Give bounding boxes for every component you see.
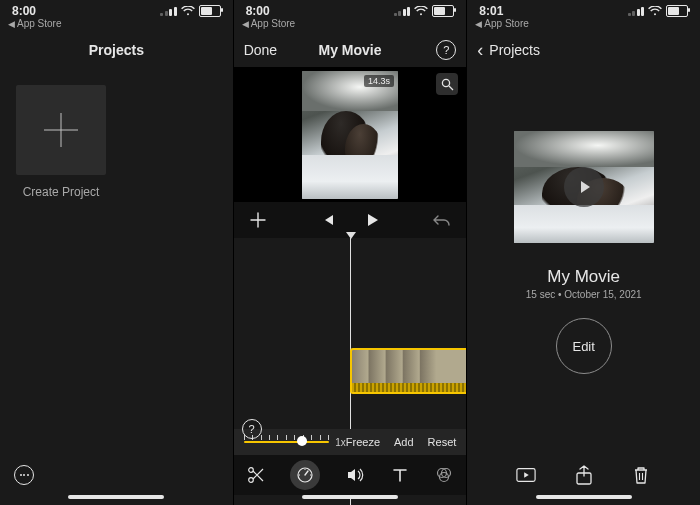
titles-tool-icon[interactable] <box>390 465 410 485</box>
return-to-app-store[interactable]: ◀App Store <box>0 18 233 33</box>
page-title: Projects <box>89 42 144 58</box>
delete-button[interactable] <box>631 465 651 485</box>
status-bar: 8:00 <box>234 0 467 18</box>
project-title: My Movie <box>547 267 620 287</box>
nav-bar: ‹ Projects <box>467 33 700 67</box>
plus-icon <box>44 113 78 147</box>
reset-speed-button[interactable]: Reset <box>428 436 457 448</box>
back-label: Projects <box>489 42 540 58</box>
create-project-label: Create Project <box>16 185 106 199</box>
home-indicator[interactable] <box>68 495 164 499</box>
screen-editor: 8:00 ◀App Store Done My Movie ? <box>234 0 468 505</box>
play-icon <box>564 167 604 207</box>
speed-tool-icon[interactable] <box>290 460 320 490</box>
wifi-icon <box>181 6 195 16</box>
more-button[interactable] <box>14 465 34 485</box>
play-fullscreen-button[interactable] <box>516 465 536 485</box>
svg-point-3 <box>249 468 254 473</box>
add-freeze-button[interactable]: Add <box>394 436 414 448</box>
speed-value: 1x <box>335 437 346 448</box>
add-media-button[interactable] <box>248 210 268 230</box>
freeze-button[interactable]: Freeze <box>346 436 380 448</box>
undo-button[interactable] <box>432 210 452 230</box>
create-project-tile[interactable] <box>16 85 106 175</box>
preview-area[interactable]: 14.3s <box>234 67 467 202</box>
speed-control-bar: 1x Freeze Add Reset <box>234 429 467 455</box>
play-overlay[interactable] <box>514 131 654 243</box>
cellular-icon <box>628 7 645 16</box>
wifi-icon <box>648 6 662 16</box>
wifi-icon <box>414 6 428 16</box>
clock: 8:00 <box>246 4 270 18</box>
filters-tool-icon[interactable] <box>434 465 454 485</box>
cellular-icon <box>160 7 177 16</box>
svg-point-2 <box>249 478 254 483</box>
screen-project-detail: 8:01 ◀App Store ‹ Projects <box>467 0 700 505</box>
skip-back-button[interactable] <box>318 210 338 230</box>
chevron-left-icon: ‹ <box>477 41 483 59</box>
project-thumbnail[interactable] <box>514 131 654 243</box>
battery-icon <box>666 5 688 17</box>
help-button[interactable]: ? <box>242 419 262 439</box>
share-button[interactable] <box>574 465 594 485</box>
video-preview: 14.3s <box>302 71 398 199</box>
volume-tool-icon[interactable] <box>345 465 365 485</box>
video-clip[interactable] <box>350 348 466 394</box>
page-title: My Movie <box>319 42 382 58</box>
status-bar: 8:00 <box>0 0 233 18</box>
speed-slider[interactable] <box>244 438 330 446</box>
nav-bar: Done My Movie ? <box>234 33 467 67</box>
help-button[interactable]: ? <box>436 40 456 60</box>
project-meta: 15 sec • October 15, 2021 <box>526 289 642 300</box>
zoom-button[interactable] <box>436 73 458 95</box>
nav-bar: Projects <box>0 33 233 67</box>
detail-toolbar <box>467 453 700 495</box>
return-to-app-store[interactable]: ◀App Store <box>467 18 700 33</box>
play-button[interactable] <box>362 210 382 230</box>
return-to-app-store[interactable]: ◀App Store <box>234 18 467 33</box>
tool-icons-bar: ? <box>234 455 467 495</box>
cellular-icon <box>394 7 411 16</box>
home-indicator[interactable] <box>302 495 398 499</box>
edit-button[interactable]: Edit <box>556 318 612 374</box>
battery-icon <box>432 5 454 17</box>
svg-point-0 <box>442 79 449 86</box>
timecode-badge: 14.3s <box>364 75 394 87</box>
done-button[interactable]: Done <box>244 42 277 58</box>
home-indicator[interactable] <box>536 495 632 499</box>
screen-projects-list: 8:00 ◀App Store Projects Create Project <box>0 0 234 505</box>
svg-line-1 <box>449 86 453 90</box>
status-bar: 8:01 <box>467 0 700 18</box>
clock: 8:00 <box>12 4 36 18</box>
clock: 8:01 <box>479 4 503 18</box>
split-tool-icon[interactable] <box>246 465 266 485</box>
back-button[interactable]: ‹ Projects <box>477 33 540 67</box>
battery-icon <box>199 5 221 17</box>
